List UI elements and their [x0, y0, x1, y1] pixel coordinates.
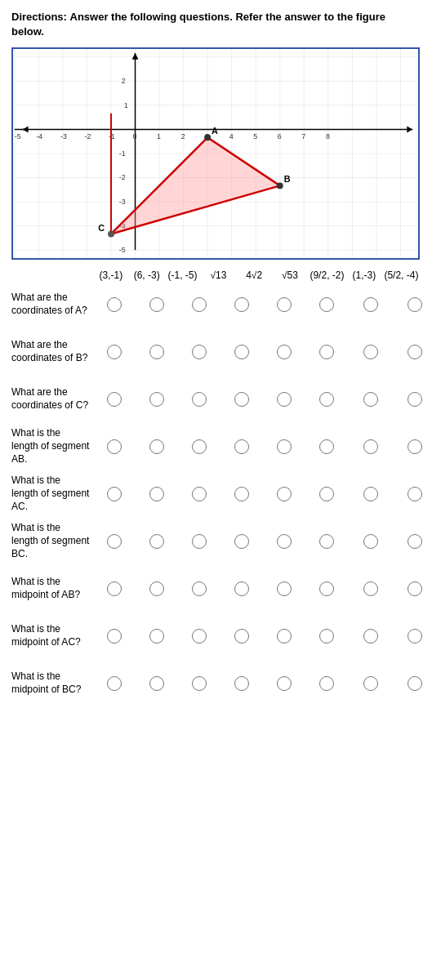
radio-q3-c2[interactable]	[149, 392, 164, 407]
question-row-5: What is the length of segment AC.	[11, 474, 421, 514]
radio-cell-q8-c6	[305, 629, 348, 644]
radio-q5-c3[interactable]	[192, 487, 207, 501]
radio-q8-c7[interactable]	[363, 629, 378, 644]
radio-q4-c7[interactable]	[363, 439, 378, 454]
radio-q5-c4[interactable]	[234, 487, 249, 501]
radio-q4-c3[interactable]	[192, 439, 207, 454]
radio-q5-c1[interactable]	[107, 487, 122, 501]
radio-q9-c5[interactable]	[277, 676, 292, 691]
radio-q9-c4[interactable]	[234, 676, 249, 691]
radio-q1-c2[interactable]	[149, 297, 164, 312]
radio-q5-c5[interactable]	[277, 487, 292, 501]
radio-q5-c8[interactable]	[408, 487, 422, 501]
radio-q2-c2[interactable]	[149, 345, 164, 359]
question-text-5: What is the length of segment AC.	[11, 474, 93, 513]
radio-cell-q9-c2	[136, 676, 178, 691]
radio-q1-c6[interactable]	[319, 297, 334, 312]
radio-q2-c6[interactable]	[319, 345, 334, 359]
radio-cell-q8-c2	[136, 629, 178, 644]
radio-q6-c4[interactable]	[234, 534, 249, 549]
radio-q6-c1[interactable]	[107, 534, 122, 549]
radio-q8-c3[interactable]	[192, 629, 207, 644]
radio-cell-q1-c2	[136, 297, 178, 312]
question-text-1: What are the coordinates of A?	[11, 292, 93, 317]
radio-q7-c6[interactable]	[319, 581, 334, 596]
radio-q9-c2[interactable]	[149, 676, 164, 691]
radio-q4-c8[interactable]	[408, 439, 422, 454]
radio-q3-c3[interactable]	[192, 392, 207, 407]
radio-q3-c6[interactable]	[319, 392, 334, 407]
radio-q9-c3[interactable]	[192, 676, 207, 691]
radio-cell-q6-c8	[394, 534, 432, 549]
radio-q6-c5[interactable]	[277, 534, 292, 549]
radio-cell-q1-c6	[305, 297, 348, 312]
directions-text: Directions: Answer the following questio…	[11, 10, 421, 39]
radio-q1-c8[interactable]	[408, 297, 422, 312]
radio-q3-c4[interactable]	[234, 392, 249, 407]
radio-q7-c4[interactable]	[234, 581, 249, 596]
svg-marker-54	[111, 138, 280, 234]
radio-q2-c8[interactable]	[408, 345, 422, 359]
radio-q3-c8[interactable]	[408, 392, 422, 407]
radio-q5-c6[interactable]	[319, 487, 334, 501]
radio-q1-c3[interactable]	[192, 297, 207, 312]
radio-q9-c7[interactable]	[363, 676, 378, 691]
radio-cell-q2-c8	[394, 345, 432, 359]
radio-q4-c5[interactable]	[277, 439, 292, 454]
radio-q4-c2[interactable]	[149, 439, 164, 454]
radio-q3-c5[interactable]	[277, 392, 292, 407]
svg-text:-1: -1	[119, 149, 126, 158]
radio-cell-q3-c1	[93, 392, 136, 407]
radio-cell-q7-c4	[220, 581, 263, 596]
radio-q7-c1[interactable]	[107, 581, 122, 596]
radio-q2-c4[interactable]	[234, 345, 249, 359]
radio-q7-c8[interactable]	[408, 581, 422, 596]
radio-q4-c1[interactable]	[107, 439, 122, 454]
radio-q1-c4[interactable]	[234, 297, 249, 312]
radio-q3-c1[interactable]	[107, 392, 122, 407]
radio-q7-c2[interactable]	[149, 581, 164, 596]
radio-q6-c7[interactable]	[363, 534, 378, 549]
radio-cell-q6-c7	[348, 534, 394, 549]
radio-q3-c7[interactable]	[363, 392, 378, 407]
radio-cell-q6-c1	[93, 534, 136, 549]
radio-cell-q6-c4	[220, 534, 263, 549]
radio-q1-c7[interactable]	[363, 297, 378, 312]
radio-q2-c1[interactable]	[107, 345, 122, 359]
radio-q8-c6[interactable]	[319, 629, 334, 644]
radio-q8-c5[interactable]	[277, 629, 292, 644]
radio-q7-c5[interactable]	[277, 581, 292, 596]
radio-q6-c3[interactable]	[192, 534, 207, 549]
question-text-7: What is the midpoint of AB?	[11, 576, 93, 601]
svg-marker-32	[132, 53, 139, 60]
svg-text:-3: -3	[119, 198, 126, 206]
radio-q8-c1[interactable]	[107, 629, 122, 644]
radio-group-1	[93, 297, 432, 312]
radio-q8-c2[interactable]	[149, 629, 164, 644]
radio-cell-q1-c5	[263, 297, 305, 312]
radio-q2-c7[interactable]	[363, 345, 378, 359]
radio-q9-c6[interactable]	[319, 676, 334, 691]
radio-q1-c5[interactable]	[277, 297, 292, 312]
radio-q7-c3[interactable]	[192, 581, 207, 596]
radio-cell-q7-c2	[136, 581, 178, 596]
radio-q1-c1[interactable]	[107, 297, 122, 312]
radio-q5-c7[interactable]	[363, 487, 378, 501]
radio-q4-c6[interactable]	[319, 439, 334, 454]
radio-q7-c7[interactable]	[363, 581, 378, 596]
radio-q6-c2[interactable]	[149, 534, 164, 549]
question-text-9: What is the midpoint of BC?	[11, 670, 93, 696]
radio-cell-q7-c8	[394, 581, 432, 596]
radio-q8-c8[interactable]	[408, 629, 422, 644]
radio-q2-c3[interactable]	[192, 345, 207, 359]
radio-q4-c4[interactable]	[234, 439, 249, 454]
radio-q2-c5[interactable]	[277, 345, 292, 359]
radio-cell-q3-c8	[394, 392, 432, 407]
radio-q9-c1[interactable]	[107, 676, 122, 691]
radio-q6-c6[interactable]	[319, 534, 334, 549]
radio-q8-c4[interactable]	[234, 629, 249, 644]
radio-q5-c2[interactable]	[149, 487, 164, 501]
radio-q9-c8[interactable]	[408, 676, 422, 691]
radio-cell-q4-c4	[220, 439, 263, 454]
radio-q6-c8[interactable]	[408, 534, 422, 549]
